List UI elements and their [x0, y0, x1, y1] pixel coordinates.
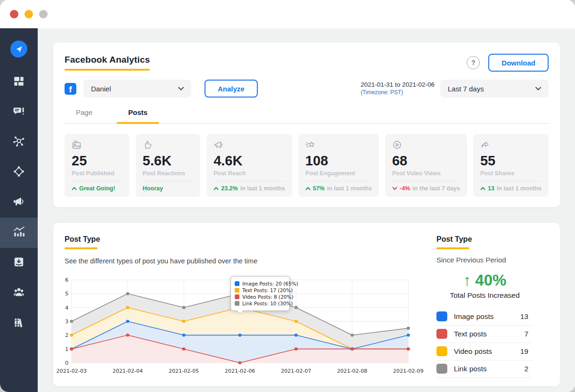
account-select-value: Daniel: [91, 85, 172, 93]
sidebar-item-analytics[interactable]: [0, 218, 38, 248]
inbox-download-icon: [13, 256, 25, 270]
tab-page[interactable]: Page: [65, 108, 104, 124]
thumbs-up-icon: [143, 143, 153, 151]
stat-trend: Hooray: [143, 185, 194, 192]
team-icon: [13, 286, 25, 300]
account-select[interactable]: Daniel: [83, 80, 191, 98]
play-circle-icon: [392, 143, 402, 151]
title-underline: [65, 69, 150, 71]
network-icon: [13, 135, 25, 149]
svg-text:2021-02-06: 2021-02-06: [225, 368, 255, 374]
share-icon: [480, 143, 490, 151]
svg-text:5: 5: [65, 291, 68, 297]
divider: [72, 181, 123, 181]
stat-label: Post Engagement: [305, 170, 372, 177]
sidebar-item-library[interactable]: [0, 308, 38, 338]
title-underline: [65, 247, 98, 249]
trend-highlight: -4%: [400, 185, 410, 192]
trend-highlight: Great Going!: [79, 185, 115, 192]
analytics-icon: [13, 226, 25, 240]
legend-label: Image posts: [454, 312, 493, 321]
summary-panel: Post Type Since Previous Period ↑ 40% To…: [423, 235, 549, 378]
stat-card-post-reach: 4.6KPost Reach23.2%in last 1 months: [206, 134, 292, 197]
sidebar-item-campaigns[interactable]: [0, 188, 38, 218]
sidebar-item-connect[interactable]: [0, 127, 38, 157]
trend-highlight: 23.2%: [221, 185, 238, 192]
sidebar-item-dashboard[interactable]: [0, 67, 38, 97]
svg-text:6: 6: [65, 277, 68, 283]
stat-label: Post Video Views: [392, 170, 460, 177]
sidebar-item-team[interactable]: [0, 278, 38, 308]
legend-item-image-posts[interactable]: Image posts13: [436, 308, 533, 326]
title-underline: [436, 247, 469, 249]
legend-item-link-posts[interactable]: Link posts2: [436, 360, 533, 378]
date-range: 2021-01-31 to 2021-02-06: [361, 81, 435, 89]
stat-cards: 25Post PublishedGreat Going!5.6KPost Rea…: [65, 134, 549, 197]
stat-trend: Great Going!: [72, 185, 123, 192]
analytics-header-card: Facebook Analytics ? Download f Daniel A…: [53, 42, 560, 207]
summary-title: Post Type: [436, 235, 472, 244]
legend-item-video-posts[interactable]: Video posts19: [436, 343, 533, 360]
post-type-legend: Image posts13Text posts7Video posts19Lin…: [436, 308, 533, 378]
chart-section: Post Type See the different types of pos…: [65, 235, 423, 378]
stat-label: Post Published: [72, 170, 123, 177]
shooting-star-icon: [305, 143, 315, 151]
svg-text:2021-02-07: 2021-02-07: [281, 368, 311, 374]
stat-trend: 23.2%in last 1 months: [214, 185, 285, 192]
image-icon: [72, 143, 82, 151]
trend-highlight: 57%: [313, 185, 325, 192]
close-button[interactable]: [10, 10, 18, 18]
app-logo[interactable]: [10, 41, 27, 57]
sidebar-item-automation[interactable]: [0, 157, 38, 188]
trend-caption: in the last 7 days: [412, 185, 460, 192]
app-window: Facebook Analytics ? Download f Daniel A…: [0, 0, 575, 392]
period-select[interactable]: Last 7 days: [440, 80, 549, 98]
arrow-up-icon: ↑: [463, 271, 471, 289]
sidebar-item-posts[interactable]: [0, 97, 38, 127]
sidebar: [0, 28, 38, 392]
stat-trend: 57%in last 1 months: [305, 185, 372, 192]
chevron-down-icon: [535, 87, 541, 90]
tooltip-row: Text Posts: 17 (20%): [235, 287, 286, 293]
trend-caption: in last 1 months: [497, 185, 542, 192]
trend-up-icon: [305, 187, 311, 190]
trend-up-icon: [72, 187, 77, 190]
summary-subtitle: Since Previous Period: [436, 256, 549, 264]
legend-swatch: [436, 329, 447, 339]
trend-highlight: Hooray: [143, 185, 163, 192]
trend-caption: in last 1 months: [240, 185, 285, 192]
tab-posts[interactable]: Posts: [117, 108, 159, 124]
svg-text:2021-02-04: 2021-02-04: [113, 368, 143, 374]
chevron-down-icon: [178, 87, 184, 90]
divider: [143, 181, 194, 181]
help-button[interactable]: ?: [467, 56, 480, 69]
trend-up-icon: [214, 187, 219, 190]
tooltip-row: Image Posts: 20 (65%): [235, 281, 286, 286]
sidebar-item-downloads[interactable]: [0, 248, 38, 278]
trend-down-icon: [392, 187, 397, 190]
megaphone-icon: [214, 143, 223, 151]
post-type-card: Post Type See the different types of pos…: [53, 223, 560, 386]
grid-icon: [13, 75, 25, 89]
trend-highlight: 13: [488, 185, 494, 192]
legend-swatch: [436, 346, 447, 356]
svg-text:2021-02-03: 2021-02-03: [57, 368, 87, 374]
chart-tooltip: Image Posts: 20 (65%)Text Posts: 17 (20%…: [230, 276, 290, 311]
minimize-button[interactable]: [25, 10, 33, 18]
stat-card-post-engagement: 108Post Engagement57%in last 1 months: [298, 134, 379, 197]
legend-item-text-posts[interactable]: Text posts7: [436, 326, 533, 343]
sidebar-nav: [0, 67, 38, 338]
legend-value: 2: [524, 365, 533, 373]
delta-caption: Total Posts Increased: [436, 291, 533, 300]
svg-text:2021-02-09: 2021-02-09: [393, 368, 424, 374]
zoom-button[interactable]: [39, 10, 48, 18]
analyze-button[interactable]: Analyze: [205, 80, 258, 98]
stat-label: Post Reactions: [143, 170, 194, 177]
stat-card-post-published: 25Post PublishedGreat Going!: [65, 134, 130, 197]
stat-value: 55: [480, 154, 542, 169]
stat-label: Post Shares: [480, 170, 542, 177]
megaphone-solid-icon: [13, 196, 25, 210]
timezone-label: (Timezone: PST): [361, 89, 435, 97]
legend-label: Text posts: [454, 330, 487, 338]
download-button[interactable]: Download: [488, 54, 549, 72]
